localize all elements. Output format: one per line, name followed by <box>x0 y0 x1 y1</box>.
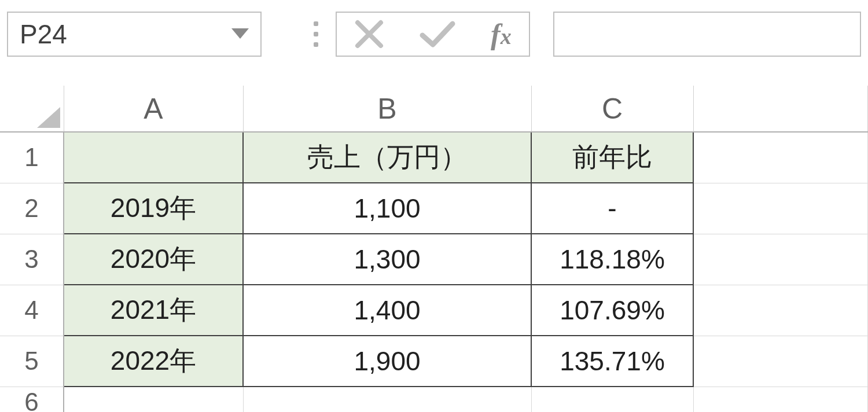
cell-D4[interactable] <box>693 285 868 336</box>
cell-A3[interactable]: 2020年 <box>64 234 243 285</box>
fx-icon: fx <box>491 17 512 51</box>
cell-C3[interactable]: 118.18% <box>531 234 693 285</box>
row-header-3[interactable]: 3 <box>0 234 64 285</box>
cell-B6[interactable] <box>243 387 531 412</box>
enter-button[interactable] <box>419 19 456 49</box>
formula-bar: P24 fx <box>0 0 868 68</box>
cell-C6[interactable] <box>531 387 693 412</box>
cell-C1[interactable]: 前年比 <box>531 132 693 183</box>
name-box-value: P24 <box>20 19 67 50</box>
row-5: 5 2022年 1,900 135.71% <box>0 336 868 387</box>
cell-B1[interactable]: 売上（万円） <box>243 132 531 183</box>
cell-C2[interactable]: - <box>531 183 693 234</box>
cancel-button[interactable] <box>354 19 384 49</box>
cell-D3[interactable] <box>693 234 868 285</box>
row-header-5[interactable]: 5 <box>0 336 64 387</box>
cell-B3[interactable]: 1,300 <box>243 234 531 285</box>
column-header-C[interactable]: C <box>531 86 693 132</box>
cell-D6[interactable] <box>693 387 868 412</box>
name-box-dropdown-icon[interactable] <box>231 26 249 42</box>
cell-B2[interactable]: 1,100 <box>243 183 531 234</box>
cell-A2[interactable]: 2019年 <box>64 183 243 234</box>
cell-D5[interactable] <box>693 336 868 387</box>
select-all-corner[interactable] <box>0 86 64 132</box>
column-header-A[interactable]: A <box>64 86 243 132</box>
spreadsheet-grid[interactable]: A B C 1 売上（万円） 前年比 2 2019年 1,100 - 3 202… <box>0 86 868 412</box>
row-header-4[interactable]: 4 <box>0 285 64 336</box>
formula-bar-grip-icon[interactable] <box>296 21 336 47</box>
formula-bar-buttons: fx <box>336 12 530 57</box>
row-1: 1 売上（万円） 前年比 <box>0 132 868 183</box>
cell-D1[interactable] <box>693 132 868 183</box>
row-header-1[interactable]: 1 <box>0 132 64 183</box>
column-header-next[interactable] <box>693 86 868 132</box>
cell-A6[interactable] <box>64 387 243 412</box>
cell-A5[interactable]: 2022年 <box>64 336 243 387</box>
row-header-6[interactable]: 6 <box>0 387 64 412</box>
cell-A1[interactable] <box>64 132 243 183</box>
formula-input[interactable] <box>553 12 861 57</box>
column-header-row: A B C <box>0 86 868 132</box>
row-header-2[interactable]: 2 <box>0 183 64 234</box>
name-box[interactable]: P24 <box>7 12 262 57</box>
cell-A4[interactable]: 2021年 <box>64 285 243 336</box>
row-2: 2 2019年 1,100 - <box>0 183 868 234</box>
row-3: 3 2020年 1,300 118.18% <box>0 234 868 285</box>
cell-B4[interactable]: 1,400 <box>243 285 531 336</box>
cell-D2[interactable] <box>693 183 868 234</box>
column-header-B[interactable]: B <box>243 86 531 132</box>
insert-function-button[interactable]: fx <box>491 17 512 51</box>
row-6: 6 <box>0 387 868 412</box>
svg-marker-0 <box>231 28 249 39</box>
cell-C5[interactable]: 135.71% <box>531 336 693 387</box>
cell-C4[interactable]: 107.69% <box>531 285 693 336</box>
row-4: 4 2021年 1,400 107.69% <box>0 285 868 336</box>
cell-B5[interactable]: 1,900 <box>243 336 531 387</box>
